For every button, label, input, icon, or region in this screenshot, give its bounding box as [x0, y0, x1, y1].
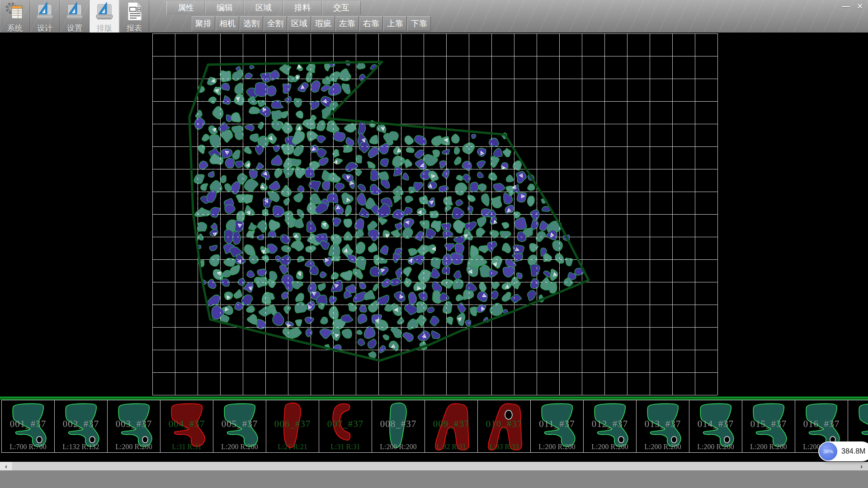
part-name-label: 015_#37 — [742, 418, 795, 430]
ruler-board-icon — [64, 1, 85, 23]
part-thumb-12[interactable]: 012_#37L:200 R:200 — [583, 400, 637, 453]
menu1-button-4[interactable]: 排料 — [283, 1, 322, 14]
part-name-label: 001_#37 — [2, 418, 54, 430]
part-name-label: 006_#37 — [266, 418, 319, 430]
ruler-board-icon — [94, 1, 115, 23]
app-tab-label: 报表 — [127, 23, 142, 33]
tray-accent-line — [0, 397, 868, 400]
part-lr-label: L:700 R:700 — [2, 443, 54, 451]
app-tab-label: 设计 — [37, 23, 52, 33]
part-lr-label: L:200 R:200 — [213, 443, 266, 451]
part-thumb-6[interactable]: 006_#37L:21 R:21 — [266, 400, 319, 453]
tray-cells: 001_#37L:700 R:700002_#37L:132 R:132003_… — [1, 400, 868, 453]
part-name-label: 007_#37 — [319, 418, 372, 430]
part-name-label: 008_#37 — [372, 418, 425, 430]
scroll-left-arrow-icon[interactable]: ‹ — [0, 462, 12, 470]
ruler-board-icon — [34, 1, 55, 23]
app-tab-label: 排版 — [97, 23, 112, 33]
part-lr-label: L:200 R:200 — [531, 443, 583, 451]
menu-row-2: 聚排相机选割全割区域瑕疵左靠右靠上靠下靠 — [192, 16, 431, 31]
nesting-canvas[interactable] — [0, 33, 868, 397]
menu2-button-7[interactable]: 左靠 — [335, 16, 359, 31]
menu1-button-2[interactable]: 编辑 — [205, 1, 244, 14]
close-button[interactable]: ✕ — [854, 1, 866, 12]
memory-badge[interactable]: 38% 384.8M — [818, 441, 868, 461]
menu2-button-1[interactable]: 聚排 — [192, 16, 215, 31]
scroll-right-arrow-icon[interactable]: › — [855, 462, 868, 470]
part-thumb-7[interactable]: 007_#37L:31 R:31 — [319, 400, 372, 453]
window-controls: — ✕ — [840, 1, 866, 12]
bottom-status-bar — [0, 470, 868, 488]
app-toolbar: 系统设计设置排版报表 — [0, 0, 149, 33]
part-thumb-2[interactable]: 002_#37L:132 R:132 — [54, 400, 108, 453]
part-thumb-11[interactable]: 011_#37L:200 R:200 — [530, 400, 584, 453]
memory-value: 384.8M — [841, 447, 865, 455]
part-lr-label: L:132 R:132 — [55, 443, 107, 451]
part-thumb-15[interactable]: 015_#37L:200 R:200 — [742, 400, 795, 453]
menu1-button-1[interactable]: 属性 — [166, 1, 205, 14]
menu2-button-10[interactable]: 下靠 — [407, 16, 431, 31]
part-lr-label: L:200 R:200 — [637, 443, 689, 451]
part-lr-label: L:21 R:21 — [266, 443, 319, 451]
part-lr-label: L:200 R:200 — [584, 443, 636, 451]
report-doc-icon — [124, 1, 145, 23]
part-lr-label: L:32 R:31 — [425, 443, 477, 451]
parts-tray: 001_#37L:700 R:700002_#37L:132 R:132003_… — [0, 397, 868, 462]
menu2-button-2[interactable]: 相机 — [216, 16, 239, 31]
part-thumb-5[interactable]: 005_#37L:200 R:200 — [213, 400, 266, 453]
app-tab-label: 设置 — [67, 23, 82, 33]
menu2-button-6[interactable]: 瑕疵 — [311, 16, 335, 31]
menu1-button-3[interactable]: 区域 — [244, 1, 283, 14]
part-thumb-14[interactable]: 014_#37L:200 R:200 — [689, 400, 742, 453]
app-tab-2[interactable]: 设计 — [30, 0, 60, 33]
minimize-button[interactable]: — — [840, 1, 852, 12]
gear-card-icon — [5, 1, 25, 23]
app-tab-5[interactable]: 报表 — [119, 0, 149, 33]
part-thumb-1[interactable]: 001_#37L:700 R:700 — [1, 400, 55, 453]
menu2-button-8[interactable]: 右靠 — [359, 16, 383, 31]
part-thumb-9[interactable]: 009_#37L:32 R:31 — [425, 400, 478, 453]
part-lr-label: L:200 R:200 — [372, 443, 425, 451]
menu2-button-9[interactable]: 上靠 — [383, 16, 407, 31]
menu-row-1: 属性编辑区域排料交互 — [166, 1, 361, 14]
part-thumb-13[interactable]: 013_#37L:200 R:200 — [636, 400, 689, 453]
menu2-button-5[interactable]: 区域 — [288, 16, 311, 31]
part-name-label: 011_#37 — [531, 418, 583, 430]
progress-circle: 38% — [819, 442, 837, 460]
part-thumb-4[interactable]: 004_#37L:31 R:31 — [160, 400, 213, 453]
title-bar: 系统设计设置排版报表 属性编辑区域排料交互 聚排相机选割全割区域瑕疵左靠右靠上靠… — [0, 0, 868, 33]
part-name-label: 004_#37 — [160, 418, 213, 430]
part-name-label: 002_#37 — [55, 418, 107, 430]
part-name-label: 003_#37 — [108, 418, 160, 430]
app-tab-3[interactable]: 设置 — [60, 0, 90, 33]
app-tab-4[interactable]: 排版 — [90, 0, 119, 33]
part-lr-label: L:31 R:31 — [160, 443, 213, 451]
part-lr-label: L:33 R:33 — [478, 443, 530, 451]
app-tab-1[interactable]: 系统 — [0, 0, 30, 33]
part-name-label: 013_#37 — [637, 418, 689, 430]
part-name-label: 010_#37 — [478, 418, 530, 430]
part-lr-label: L:200 R:200 — [689, 443, 742, 451]
part-thumb-10[interactable]: 010_#37L:33 R:33 — [477, 400, 531, 453]
part-name-label: 016_#37 — [795, 418, 848, 430]
menu1-button-5[interactable]: 交互 — [322, 1, 361, 14]
app-tab-label: 系统 — [7, 23, 23, 33]
part-name-label: 009_#37 — [425, 418, 477, 430]
part-lr-label: L:31 R:31 — [319, 443, 372, 451]
part-name-label: 014_#37 — [689, 418, 742, 430]
part-name-label: 005_#37 — [213, 418, 266, 430]
menu2-button-3[interactable]: 选割 — [240, 16, 263, 31]
menu2-button-4[interactable]: 全割 — [264, 16, 287, 31]
part-lr-label: L:200 R:200 — [742, 443, 795, 451]
part-name-label: 012_#37 — [584, 418, 636, 430]
part-thumb-8[interactable]: 008_#37L:200 R:200 — [372, 400, 425, 453]
horizontal-scrollbar[interactable]: ‹ › — [0, 462, 868, 470]
part-lr-label: L:200 R:200 — [108, 443, 160, 451]
part-thumb-3[interactable]: 003_#37L:200 R:200 — [107, 400, 160, 453]
